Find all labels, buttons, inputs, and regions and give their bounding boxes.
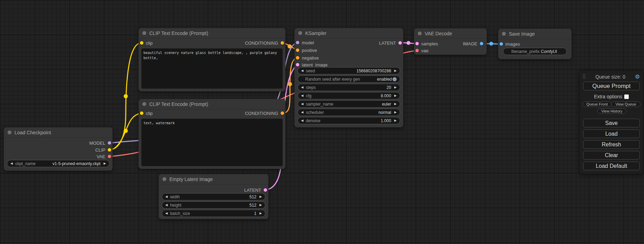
node-header[interactable]: Empty Latent Image (159, 174, 268, 184)
node-header[interactable]: CLIP Text Encode (Prompt) (139, 99, 285, 109)
widget-height[interactable]: ◀ height 512 ▶ (162, 201, 265, 209)
save-button[interactable]: Save (583, 119, 640, 127)
collapse-dot-icon[interactable] (162, 177, 166, 181)
input-negative: negative (296, 54, 319, 61)
collapse-dot-icon[interactable] (142, 102, 146, 106)
view-history-button[interactable]: View History (597, 108, 626, 114)
view-queue-button[interactable]: View Queue (611, 101, 641, 107)
input-samples: samples (415, 40, 438, 47)
latent-port-icon[interactable] (398, 41, 402, 45)
node-save-image[interactable]: Save Image images filename_prefix ComfyU… (498, 29, 572, 59)
vae-port-icon[interactable] (415, 49, 419, 52)
conditioning-port-icon[interactable] (281, 41, 284, 45)
decrement-arrow-icon[interactable]: ◀ (301, 111, 303, 114)
decrement-arrow-icon[interactable]: ◀ (301, 69, 303, 72)
node-title: CLIP Text Encode (Prompt) (149, 30, 208, 36)
node-header[interactable]: CLIP Text Encode (Prompt) (139, 28, 285, 38)
node-clip-text-encode-positive[interactable]: CLIP Text Encode (Prompt) clip CONDITION… (139, 28, 285, 91)
queue-prompt-button[interactable]: Queue Prompt (583, 82, 640, 90)
widget-steps[interactable]: ◀ steps 20 ▶ (298, 84, 400, 91)
prompt-textarea[interactable]: beautiful scenery nature glass bottle la… (141, 48, 283, 89)
conditioning-port-icon[interactable] (281, 111, 284, 115)
clip-port-icon[interactable] (140, 41, 143, 45)
model-port-icon[interactable] (296, 41, 299, 44)
decrement-arrow-icon[interactable]: ◀ (301, 119, 303, 122)
collapse-dot-icon[interactable] (8, 130, 11, 134)
node-load-checkpoint[interactable]: Load Checkpoint MODEL CLIP VAE ◀ ckpt_na… (4, 127, 113, 171)
increment-arrow-icon[interactable]: ▶ (259, 204, 262, 207)
widget-filename-prefix[interactable]: filename_prefix ComfyUI (503, 48, 567, 55)
widget-seed[interactable]: ◀ seed 156680208700286 ▶ (298, 67, 400, 74)
node-vae-decode[interactable]: VAE Decode samples vae IMAGE (414, 28, 487, 55)
extra-options-checkbox[interactable] (624, 94, 629, 99)
input-model: model (296, 39, 314, 46)
widget-denoise[interactable]: ◀ denoise 1.000 ▶ (298, 117, 400, 124)
increment-arrow-icon[interactable]: ▶ (259, 212, 262, 215)
clear-button[interactable]: Clear (583, 151, 640, 160)
vae-port-icon[interactable] (108, 155, 111, 158)
model-port-icon[interactable] (108, 141, 111, 145)
collapse-dot-icon[interactable] (298, 31, 302, 35)
clip-port-icon[interactable] (108, 148, 111, 152)
increment-arrow-icon[interactable]: ▶ (394, 94, 397, 97)
widget-cfg[interactable]: ◀ cfg 8.000 ▶ (298, 92, 400, 99)
load-button[interactable]: Load (583, 129, 640, 138)
collapse-dot-icon[interactable] (502, 32, 506, 36)
image-port-icon[interactable] (500, 42, 503, 46)
refresh-button[interactable]: Refresh (583, 140, 640, 149)
collapse-dot-icon[interactable] (418, 31, 422, 35)
decrement-arrow-icon[interactable]: ◀ (165, 195, 168, 198)
latent-port-icon[interactable] (415, 42, 419, 45)
settings-gear-icon[interactable]: ⚙ (635, 74, 640, 80)
input-clip: clip (140, 110, 153, 117)
decrement-arrow-icon[interactable]: ◀ (301, 86, 303, 89)
decrement-arrow-icon[interactable]: ◀ (165, 204, 168, 207)
node-header[interactable]: VAE Decode (414, 28, 487, 39)
node-ksampler[interactable]: KSampler model positive negative latent_… (294, 28, 403, 127)
decrement-arrow-icon[interactable]: ◀ (301, 102, 303, 106)
increment-arrow-icon[interactable]: ▶ (394, 86, 397, 89)
input-clip: clip (140, 39, 153, 46)
node-header[interactable]: Save Image (498, 29, 572, 39)
output-image: IMAGE (463, 40, 483, 47)
widget-width[interactable]: ◀ width 512 ▶ (162, 193, 265, 200)
node-header[interactable]: KSampler (294, 28, 403, 38)
prompt-textarea[interactable]: text, watermark (141, 119, 283, 166)
increment-arrow-icon[interactable]: ▶ (259, 195, 262, 198)
widget-scheduler[interactable]: ◀ scheduler normal ▶ (298, 109, 400, 116)
toggle-enabled-icon[interactable] (392, 77, 397, 81)
latent-port-icon[interactable] (296, 63, 299, 66)
increment-arrow-icon[interactable]: ▶ (394, 69, 397, 72)
conditioning-port-icon[interactable] (296, 56, 299, 60)
output-conditioning: CONDITIONING (245, 39, 284, 46)
load-default-button[interactable]: Load Default (583, 162, 640, 170)
widget-random-seed-toggle[interactable]: Random seed after every gen enabled (298, 75, 400, 83)
increment-arrow-icon[interactable]: ▶ (394, 102, 397, 106)
comfyui-canvas[interactable]: { "icons": { "left_arrow": "◀", "right_a… (0, 0, 644, 244)
node-title: CLIP Text Encode (Prompt) (149, 101, 208, 107)
node-header[interactable]: Load Checkpoint (4, 127, 113, 138)
increment-arrow-icon[interactable]: ▶ (394, 111, 397, 114)
clip-port-icon[interactable] (140, 111, 143, 115)
queue-menu-panel: Queue size: 0 ⚙ Queue Prompt Extra optio… (579, 70, 644, 174)
increment-arrow-icon[interactable]: ▶ (394, 119, 397, 122)
drag-handle-icon[interactable] (583, 74, 586, 80)
input-vae: vae (415, 47, 429, 54)
output-latent: LATENT (244, 187, 267, 193)
node-empty-latent-image[interactable]: Empty Latent Image LATENT ◀ width 512 ▶ … (159, 174, 268, 219)
conditioning-port-icon[interactable] (296, 48, 299, 52)
widget-ckpt-name[interactable]: ◀ ckpt_name v1-5-pruned-emaonly.ckpt ▶ (7, 160, 109, 167)
widget-batch-size[interactable]: ◀ batch_size 1 ▶ (162, 210, 265, 217)
decrement-arrow-icon[interactable]: ◀ (165, 212, 168, 215)
node-clip-text-encode-negative[interactable]: CLIP Text Encode (Prompt) clip CONDITION… (139, 99, 285, 169)
increment-arrow-icon[interactable]: ▶ (104, 162, 106, 165)
queue-front-button[interactable]: Queue Front (582, 101, 612, 107)
image-port-icon[interactable] (480, 42, 483, 45)
decrement-arrow-icon[interactable]: ◀ (301, 94, 303, 97)
decrement-arrow-icon[interactable]: ◀ (10, 162, 13, 165)
output-latent: LATENT (379, 39, 402, 46)
collapse-dot-icon[interactable] (142, 31, 146, 35)
latent-port-icon[interactable] (264, 188, 267, 192)
widget-sampler-name[interactable]: ◀ sampler_name euler ▶ (298, 100, 400, 108)
node-title: Save Image (509, 31, 535, 37)
